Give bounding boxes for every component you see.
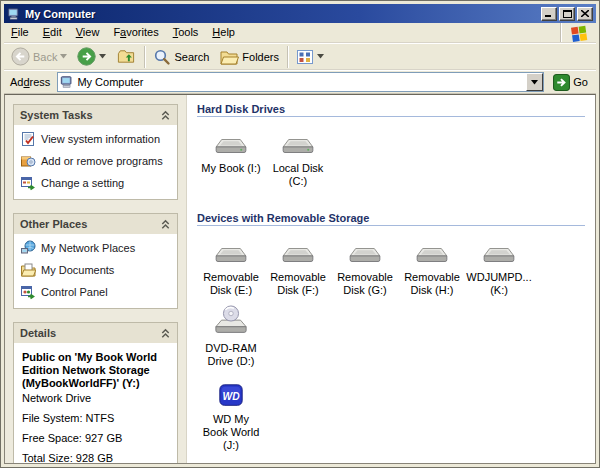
network-places-icon <box>20 240 36 256</box>
hard-drive-icon <box>278 125 318 159</box>
details-panel: Details Public on 'My Book World Edition… <box>13 322 178 463</box>
address-dropdown-button[interactable] <box>526 73 543 91</box>
folder-view: Hard Disk Drives My Book (I:) <box>187 95 595 463</box>
task-label: Add or remove programs <box>41 153 163 167</box>
link-my-documents[interactable]: My Documents <box>20 262 173 278</box>
details-header[interactable]: Details <box>14 323 177 343</box>
windows-logo <box>560 23 596 42</box>
drive-local-disk-c[interactable]: Local Disk (C:) <box>266 125 330 188</box>
my-computer-icon <box>7 7 21 21</box>
drive-label: Local Disk (C:) <box>266 162 330 188</box>
views-button[interactable] <box>291 45 329 69</box>
up-button[interactable] <box>111 45 141 69</box>
up-folder-icon <box>116 47 136 66</box>
system-tasks-header[interactable]: System Tasks <box>14 105 177 125</box>
drive-label: Removable Disk (H:) <box>400 271 464 297</box>
removable-drive-icon <box>278 234 318 268</box>
task-view-system-information[interactable]: View system information <box>20 131 173 147</box>
menu-edit[interactable]: Edit <box>36 24 69 41</box>
address-bar: Address My Computer Go <box>4 70 596 94</box>
search-label: Search <box>174 51 209 63</box>
address-input[interactable]: My Computer <box>57 72 544 92</box>
drive-removable-g[interactable]: Removable Disk (G:) <box>333 234 397 297</box>
drive-label: My Book (I:) <box>201 162 260 175</box>
back-button[interactable]: Back <box>6 45 72 69</box>
folders-button[interactable]: Folders <box>214 45 284 69</box>
views-dropdown-icon <box>317 54 324 59</box>
link-my-network-places[interactable]: My Network Places <box>20 240 173 256</box>
folders-icon <box>219 48 239 66</box>
window-body: System Tasks View system information <box>4 94 596 464</box>
system-info-icon <box>20 131 36 147</box>
standard-toolbar: Back Search <box>4 43 596 70</box>
views-icon <box>296 48 314 66</box>
link-control-panel[interactable]: Control Panel <box>20 284 173 300</box>
menu-tools[interactable]: Tools <box>166 24 206 41</box>
control-panel-icon <box>20 284 36 300</box>
go-label: Go <box>573 76 588 88</box>
link-label: Control Panel <box>41 284 108 298</box>
add-remove-programs-icon <box>20 153 36 169</box>
minimize-button[interactable] <box>541 7 557 21</box>
menu-view[interactable]: View <box>69 24 107 41</box>
group-title: Hard Disk Drives <box>197 101 585 117</box>
link-label: My Documents <box>41 262 114 276</box>
other-places-header[interactable]: Other Places <box>14 214 177 234</box>
details-item-type: Network Drive <box>22 392 171 404</box>
drive-label: DVD-RAM Drive (D:) <box>199 342 263 368</box>
forward-button[interactable] <box>72 45 111 69</box>
drive-removable-f[interactable]: Removable Disk (F:) <box>266 234 330 297</box>
folders-label: Folders <box>242 51 279 63</box>
window-title: My Computer <box>25 8 539 20</box>
maximize-button[interactable] <box>559 7 575 21</box>
menu-bar: File Edit View Favorites Tools Help <box>4 23 560 42</box>
task-label: Change a setting <box>41 175 124 189</box>
go-button[interactable]: Go <box>548 71 593 93</box>
drive-dvd-ram-d[interactable]: DVD-RAM Drive (D:) <box>199 305 263 368</box>
my-computer-window: My Computer File Edit View Favorites Too… <box>0 0 600 468</box>
removable-drive-icon <box>211 234 251 268</box>
forward-dropdown-icon <box>99 54 106 59</box>
title-bar[interactable]: My Computer <box>4 4 596 23</box>
menu-help[interactable]: Help <box>205 24 242 41</box>
drive-removable-e[interactable]: Removable Disk (E:) <box>199 234 263 297</box>
removable-drive-icon <box>412 234 452 268</box>
address-value: My Computer <box>77 76 526 88</box>
toolbar-separator <box>287 46 288 68</box>
windows-flag-icon <box>570 24 588 42</box>
details-title: Details <box>20 327 160 339</box>
drive-wdjumpd-k[interactable]: WDJUMPD... (K:) <box>467 234 531 297</box>
system-tasks-panel: System Tasks View system information <box>13 104 178 200</box>
search-button[interactable]: Search <box>148 45 214 69</box>
drive-label: Removable Disk (E:) <box>199 271 263 297</box>
back-icon <box>11 47 30 66</box>
collapse-chevron-icon <box>160 328 171 339</box>
dvd-drive-icon <box>211 305 251 339</box>
chevron-down-icon <box>531 80 538 85</box>
drive-label: WD My Book World (J:) <box>199 413 263 452</box>
task-label: View system information <box>41 131 160 145</box>
drive-my-book-i[interactable]: My Book (I:) <box>199 125 263 175</box>
details-total-size: Total Size: 928 GB <box>22 452 171 463</box>
wd-device-icon: WD <box>211 376 251 410</box>
svg-text:WD: WD <box>222 391 240 402</box>
close-button[interactable] <box>577 7 593 21</box>
details-file-system: File System: NTFS <box>22 412 171 424</box>
task-change-a-setting[interactable]: Change a setting <box>20 175 173 191</box>
drive-label: Removable Disk (G:) <box>333 271 397 297</box>
link-label: My Network Places <box>41 240 135 254</box>
search-icon <box>153 48 171 66</box>
other-places-title: Other Places <box>20 218 160 230</box>
device-wd-my-book-world-j[interactable]: WD WD My Book World (J:) <box>199 376 263 452</box>
menu-file[interactable]: File <box>4 24 36 41</box>
collapse-chevron-icon <box>160 110 171 121</box>
collapse-chevron-icon <box>160 219 171 230</box>
back-dropdown-icon <box>60 54 67 59</box>
drive-removable-h[interactable]: Removable Disk (H:) <box>400 234 464 297</box>
change-setting-icon <box>20 175 36 191</box>
task-add-remove-programs[interactable]: Add or remove programs <box>20 153 173 169</box>
removable-drive-icon <box>345 234 385 268</box>
removable-drive-icon <box>479 234 519 268</box>
group-removable-storage: Devices with Removable Storage Removable… <box>197 210 589 460</box>
menu-favorites[interactable]: Favorites <box>106 24 165 41</box>
